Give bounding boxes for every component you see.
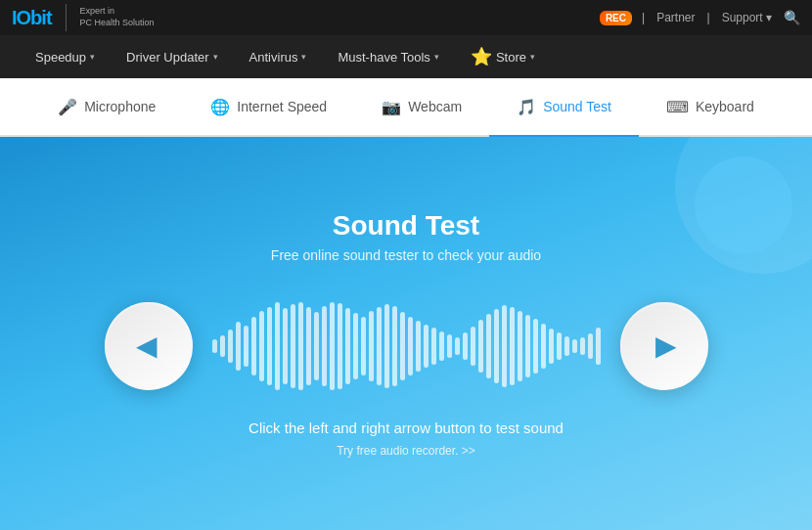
waveform-bar [525, 315, 530, 377]
waveform-bar [259, 311, 264, 381]
waveform-bar [400, 312, 405, 380]
waveform-bar [557, 332, 562, 360]
waveform-bar [392, 306, 397, 386]
waveform-bar [564, 336, 569, 356]
waveform-bar [306, 307, 311, 385]
chevron-down-icon: ▾ [530, 52, 535, 62]
tab-microphone[interactable]: 🎤 Microphone [30, 78, 183, 137]
main-content: Sound Test Free online sound tester to c… [0, 137, 812, 530]
waveform-bar [361, 317, 366, 375]
nav-item-driver-updater[interactable]: Driver Updater ▾ [111, 35, 234, 78]
chevron-down-icon: ▾ [434, 52, 439, 62]
support-link[interactable]: Support ▾ [722, 11, 772, 24]
player-row: ◀ ▶ [105, 302, 708, 390]
waveform-bar [463, 332, 468, 360]
chevron-down-icon: ▾ [90, 52, 95, 62]
chevron-down-icon: ▾ [213, 52, 218, 62]
waveform-bar [533, 319, 538, 374]
right-arrow-icon: ▶ [655, 330, 677, 362]
left-arrow-icon: ◀ [136, 330, 158, 362]
top-bar-links: | Partner | Support ▾ 🔍 [642, 10, 800, 25]
waveform-bar [518, 311, 522, 381]
tab-bar: 🎤 Microphone 🌐 Internet Speed 📷 Webcam 🎵… [0, 78, 812, 137]
star-icon: ⭐ [471, 46, 492, 67]
nav-item-antivirus[interactable]: Antivirus ▾ [234, 35, 323, 78]
nav-item-store[interactable]: ⭐ Store ▾ [455, 35, 551, 78]
globe-icon: 🌐 [210, 98, 230, 116]
webcam-icon: 📷 [382, 98, 401, 116]
logo-tagline: Expert in PC Health Solution [80, 6, 155, 28]
nav-bar: Speedup ▾ Driver Updater ▾ Antivirus ▾ M… [0, 35, 812, 78]
waveform-bar [494, 309, 499, 383]
play-left-button[interactable]: ◀ [105, 302, 193, 390]
waveform-bar [549, 329, 554, 364]
waveform-bar [424, 325, 429, 368]
partner-link[interactable]: Partner [656, 11, 695, 24]
waveform-bar [588, 333, 593, 359]
waveform-bar [384, 304, 389, 388]
waveform-bar [416, 321, 421, 372]
tab-webcam[interactable]: 📷 Webcam [354, 78, 489, 137]
waveform-bar [267, 307, 272, 385]
tab-keyboard[interactable]: ⌨ Keyboard [639, 78, 782, 137]
deco-circle-2 [695, 156, 792, 254]
waveform-bar [283, 308, 288, 384]
nav-item-must-have-tools[interactable]: Must-have Tools ▾ [322, 35, 454, 78]
waveform-bar [596, 328, 601, 365]
waveform-bar [220, 335, 225, 357]
waveform-bar [541, 324, 546, 369]
page-subtitle: Free online sound tester to check your a… [271, 247, 541, 263]
waveform-bar [322, 306, 327, 386]
top-bar: IObit Expert in PC Health Solution REC |… [0, 0, 812, 35]
waveform-bar [377, 307, 382, 385]
waveform-bar [510, 307, 515, 385]
waveform-bar [431, 328, 436, 365]
waveform-bar [502, 305, 507, 387]
waveform-bar [236, 322, 241, 371]
waveform-bar [314, 312, 319, 380]
play-right-button[interactable]: ▶ [620, 302, 708, 390]
logo-area: IObit Expert in PC Health Solution [12, 4, 155, 31]
keyboard-icon: ⌨ [666, 98, 689, 116]
waveform [212, 302, 601, 390]
waveform-bar [298, 302, 303, 390]
waveform-bar [455, 337, 460, 355]
waveform-bar [275, 302, 280, 390]
tab-sound-test[interactable]: 🎵 Sound Test [489, 78, 639, 137]
instruction-text: Click the left and right arrow button to… [248, 420, 564, 436]
waveform-bar [212, 339, 217, 353]
page-title: Sound Test [333, 210, 479, 242]
search-icon[interactable]: 🔍 [784, 10, 800, 25]
waveform-bar [447, 334, 452, 358]
waveform-bar [228, 330, 233, 363]
logo-divider [66, 4, 67, 31]
logo-text[interactable]: IObit [12, 7, 52, 29]
waveform-bar [353, 313, 358, 379]
try-recorder-link[interactable]: Try free audio recorder. >> [337, 444, 475, 458]
waveform-bar [478, 320, 483, 373]
rec-label: REC [606, 13, 626, 23]
sound-icon: 🎵 [517, 98, 536, 116]
waveform-bar [330, 302, 335, 390]
waveform-bar [338, 303, 342, 389]
waveform-bar [408, 317, 413, 375]
waveform-bar [291, 304, 295, 388]
waveform-bar [251, 317, 256, 375]
chevron-down-icon: ▾ [301, 52, 306, 62]
waveform-bar [244, 326, 248, 367]
waveform-bar [580, 337, 585, 355]
waveform-bar [345, 308, 350, 384]
waveform-bar [471, 327, 475, 366]
rec-badge[interactable]: REC [600, 11, 632, 25]
waveform-bar [486, 314, 491, 378]
microphone-icon: 🎤 [58, 98, 77, 116]
tab-internet-speed[interactable]: 🌐 Internet Speed [183, 78, 354, 137]
waveform-bar [572, 339, 577, 353]
nav-item-speedup[interactable]: Speedup ▾ [20, 35, 111, 78]
waveform-bar [439, 331, 444, 361]
waveform-bar [369, 311, 374, 381]
